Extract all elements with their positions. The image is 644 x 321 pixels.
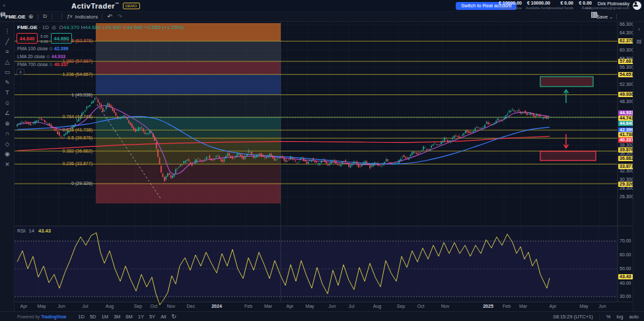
- stat-value: € 0.00: [567, 1, 592, 5]
- undo-icon[interactable]: ↶: [107, 12, 112, 21]
- time-axis-tick: Mar: [260, 304, 276, 308]
- emoji-icon[interactable]: ☺: [0, 98, 15, 108]
- range-1D[interactable]: 1D: [78, 314, 85, 320]
- ohlc-val: 43.300: [105, 24, 121, 30]
- account-stat: € 10000.00Available funds: [525, 1, 550, 10]
- time-axis-tick: Dec: [183, 304, 199, 308]
- eye-icon[interactable]: ◉: [0, 149, 15, 159]
- watchlist-icon[interactable]: ▤: [633, 36, 644, 47]
- legend-timeframe: 1D: [42, 24, 49, 30]
- timeframe-button[interactable]: D: [43, 12, 47, 21]
- ohlc-val: 44.680: [85, 24, 100, 30]
- rsi-axis-label: 43.43: [618, 274, 633, 279]
- ohlc-val: 44.370: [63, 24, 79, 30]
- stat-label: Account value: [497, 6, 522, 10]
- app-logo: ActivTrader™: [71, 2, 120, 10]
- zoom-in-icon[interactable]: ⊕: [0, 119, 15, 129]
- shapes-icon[interactable]: ▭: [0, 67, 15, 77]
- price-axis-tick: 38.300: [620, 143, 633, 147]
- indicator-legend-row[interactable]: FMA 100 close ⊙ 42.399: [17, 46, 69, 52]
- price-axis-tick: 30.300: [620, 177, 633, 182]
- collapse-panel-icon[interactable]: ‹: [633, 24, 644, 35]
- trendline-icon[interactable]: ╱: [0, 37, 15, 47]
- reset-zoom-icon[interactable]: ↻: [171, 313, 176, 320]
- chevron-down-icon[interactable]: ⌄: [609, 13, 613, 22]
- buy-button[interactable]: 44.690: [51, 33, 72, 44]
- compare-icon[interactable]: ⊕: [28, 12, 34, 21]
- rsi-legend[interactable]: RSI 14 43.43: [17, 228, 51, 234]
- chart-canvas[interactable]: [0, 0, 644, 321]
- chart-legend[interactable]: FME.GE · 1D ◎ O44.370 H44.680 L43.300 C4…: [17, 24, 184, 30]
- ohlc-val: +0.550 (+1.25%): [145, 24, 184, 30]
- indicator-legend-row[interactable]: LMA 20 close ⊙ 44.933: [17, 54, 65, 59]
- trash-icon[interactable]: ✕: [0, 160, 15, 170]
- fib-level-label: 1.236 (54.657): [53, 72, 92, 77]
- time-axis-tick: May: [34, 304, 50, 308]
- time-axis-tick: Nov: [163, 304, 179, 308]
- percent-scale-button[interactable]: %: [606, 314, 611, 320]
- divider: [38, 14, 38, 20]
- symbol-search[interactable]: FME.GE: [5, 14, 26, 20]
- fx-icon[interactable]: ƒx: [67, 12, 72, 21]
- measure-icon[interactable]: ◇: [0, 139, 15, 149]
- ohlc-key: H: [79, 24, 85, 30]
- time-axis-tick: Jul: [343, 304, 359, 308]
- time-axis-tick: 2025: [480, 304, 496, 308]
- rsi-axis-tick: 60.00: [620, 252, 631, 257]
- time-axis-tick: Feb: [499, 304, 515, 308]
- divider: [52, 14, 52, 20]
- range-1M[interactable]: 1M: [102, 314, 108, 320]
- drawing-toolbar: ⋮╱≡△▭✎T☺∠⊕∩◇◉✕: [0, 22, 15, 311]
- range-3M[interactable]: 3M: [114, 314, 120, 320]
- ruler-icon[interactable]: ∠: [0, 108, 15, 118]
- price-axis-tick: 32.300: [620, 168, 633, 173]
- indicators-button[interactable]: Indicators: [75, 14, 98, 20]
- clock[interactable]: 08:15:29 (UTC+1): [554, 314, 593, 320]
- avatar[interactable]: [633, 1, 641, 10]
- range-1Y[interactable]: 1Y: [138, 314, 144, 320]
- stat-value: € 10000.00: [525, 1, 550, 5]
- cursor-icon[interactable]: ⋮: [0, 26, 15, 36]
- time-axis-tick: May: [302, 304, 318, 308]
- magnet-icon[interactable]: ∩: [0, 129, 15, 139]
- account-stat: € 10000.00Account value: [497, 1, 522, 10]
- fib-level-label: 0.764 (44.743): [53, 114, 92, 119]
- redo-icon[interactable]: ↷: [118, 12, 123, 21]
- log-scale-button[interactable]: log: [616, 314, 623, 320]
- ohlc-val: 44.640: [127, 24, 143, 30]
- spread-value: 5.000.05: [38, 33, 51, 44]
- sell-button[interactable]: 44.640: [17, 33, 38, 44]
- time-axis-tick: May: [576, 304, 592, 308]
- price-axis-tick: 56.300: [620, 65, 633, 69]
- fib-level-label: 1 (49.936): [53, 92, 92, 97]
- visibility-icon[interactable]: ◎: [52, 24, 56, 30]
- activtrader-window: » ActivTrader™ DEMO Switch to Real accou…: [0, 0, 644, 321]
- save-button[interactable]: Save: [596, 14, 608, 20]
- auto-scale-button[interactable]: auto: [629, 314, 639, 320]
- fib-level-label: 0.236 (33.877): [53, 161, 92, 166]
- fib-retracement-icon[interactable]: ≡: [0, 47, 15, 57]
- user-info[interactable]: Dirk Piotrowsky dirk.piotrowsky@gmail.co…: [585, 1, 629, 11]
- user-name: Dirk Piotrowsky: [585, 1, 629, 6]
- range-6M[interactable]: 6M: [125, 314, 132, 320]
- stat-label: Result: [567, 6, 592, 10]
- fib-level-label: 0.5 (39.876): [53, 135, 92, 140]
- brush-icon[interactable]: ✎: [0, 78, 15, 88]
- time-axis-tick: Oct: [413, 304, 429, 308]
- pattern-icon[interactable]: △: [0, 57, 15, 67]
- time-axis-tick: Jul: [77, 304, 93, 308]
- time-axis-tick: Apr: [16, 304, 32, 308]
- indicator-legend-row[interactable]: FMA 700 close ⊙ 40.337: [17, 62, 69, 67]
- tradingview-attribution[interactable]: Powered by TradingView: [17, 314, 66, 319]
- divider: [61, 14, 62, 20]
- time-axis-tick: Apr: [545, 304, 561, 308]
- legend-collapse-button[interactable]: ∧: [17, 69, 24, 75]
- sidebar-expand-icon[interactable]: »: [3, 3, 5, 9]
- range-5Y[interactable]: 5Y: [149, 314, 155, 320]
- text-icon[interactable]: T: [0, 88, 15, 98]
- range-5D[interactable]: 5D: [90, 314, 96, 320]
- time-axis-tick: Jun: [324, 304, 340, 308]
- time-axis-tick: Sep: [130, 304, 146, 308]
- header-bar: » ActivTrader™ DEMO Switch to Real accou…: [0, 0, 644, 12]
- range-All[interactable]: All: [161, 314, 166, 320]
